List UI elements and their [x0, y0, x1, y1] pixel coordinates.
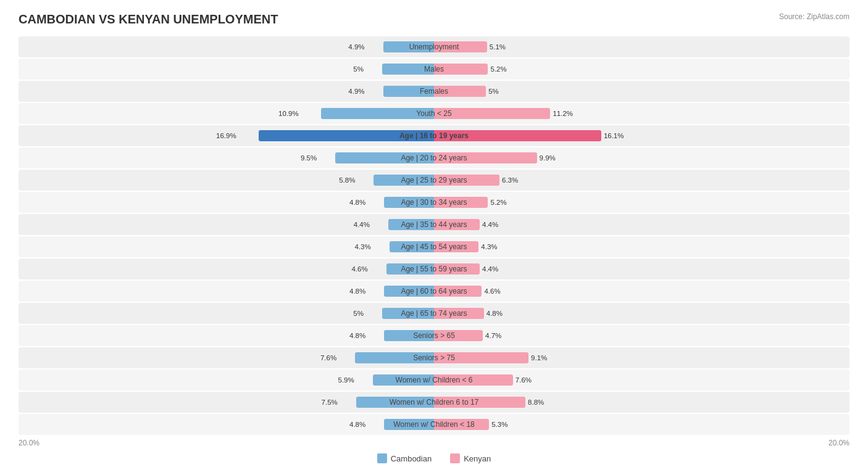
- legend-kenyan-label: Kenyan: [464, 454, 491, 463]
- legend-kenyan: Kenyan: [450, 453, 491, 463]
- cambodian-bar: [386, 263, 434, 275]
- row-inner: 5% Age | 65 to 74 years 4.8%: [19, 303, 849, 324]
- kenyan-bar: [434, 397, 525, 408]
- axis-max-label: 20.0%: [828, 439, 849, 447]
- row-inner: 4.9% Females 5%: [19, 81, 849, 102]
- row-inner: 4.8% Age | 30 to 34 years 5.2%: [19, 192, 849, 213]
- left-section: 4.9%: [19, 81, 434, 102]
- kenyan-value: 9.1%: [531, 354, 547, 362]
- cambodian-value: 4.9%: [348, 88, 364, 95]
- kenyan-bar: [434, 130, 601, 141]
- cambodian-value: 4.8%: [349, 421, 365, 428]
- chart-row: 5.9% Women w/ Children < 6 7.6%: [19, 370, 849, 391]
- left-section: 4.8%: [19, 192, 434, 213]
- cambodian-bar: [259, 130, 434, 141]
- cambodian-value: 4.6%: [351, 265, 367, 273]
- left-section: 4.8%: [19, 281, 434, 302]
- chart-row: 7.6% Seniors > 75 9.1%: [19, 347, 849, 368]
- kenyan-bar: [434, 374, 513, 386]
- cambodian-bar: [383, 86, 434, 97]
- kenyan-bar: [434, 86, 486, 97]
- cambodian-bar: [388, 219, 434, 230]
- row-inner: 7.6% Seniors > 75 9.1%: [19, 347, 849, 368]
- chart-row: 7.5% Women w/ Children 6 to 17 8.8%: [19, 392, 849, 413]
- cambodian-value: 4.8%: [349, 287, 365, 295]
- kenyan-value: 8.8%: [528, 399, 544, 406]
- chart-container: Cambodian vs Kenyan Unemployment Source:…: [19, 12, 849, 463]
- kenyan-value: 9.9%: [540, 154, 556, 162]
- left-section: 16.9%: [19, 125, 434, 146]
- right-section: 16.1%: [434, 125, 849, 146]
- row-inner: 4.4% Age | 35 to 44 years 4.4%: [19, 214, 849, 235]
- cambodian-value: 9.5%: [301, 154, 317, 162]
- right-section: 4.4%: [434, 214, 849, 235]
- kenyan-bar: [434, 241, 478, 252]
- kenyan-bar: [434, 41, 487, 52]
- left-section: 5%: [19, 59, 434, 80]
- kenyan-value: 4.4%: [482, 265, 498, 273]
- left-section: 5.8%: [19, 170, 434, 191]
- right-section: 4.6%: [434, 281, 849, 302]
- row-inner: 16.9% Age | 16 to 19 years 16.1%: [19, 125, 849, 146]
- cambodian-value: 5.9%: [338, 376, 354, 384]
- row-inner: 10.9% Youth < 25 11.2%: [19, 103, 849, 124]
- left-section: 7.5%: [19, 392, 434, 413]
- kenyan-value: 4.8%: [486, 310, 503, 317]
- chart-row: 4.8% Seniors > 65 4.7%: [19, 325, 849, 346]
- row-inner: 4.8% Age | 60 to 64 years 4.6%: [19, 281, 849, 302]
- kenyan-value: 5.2%: [490, 65, 506, 73]
- kenyan-bar: [434, 175, 499, 186]
- right-section: 5.1%: [434, 36, 849, 57]
- row-inner: 4.3% Age | 45 to 54 years 4.3%: [19, 236, 849, 257]
- kenyan-value: 4.3%: [481, 243, 497, 250]
- chart-row: 4.8% Women w/ Children < 18 5.3%: [19, 414, 849, 435]
- left-section: 5.9%: [19, 370, 434, 391]
- row-inner: 7.5% Women w/ Children 6 to 17 8.8%: [19, 392, 849, 413]
- axis-min-label: 20.0%: [19, 439, 40, 447]
- chart-row: 4.9% Females 5%: [19, 81, 849, 102]
- kenyan-bar: [434, 330, 483, 341]
- chart-row: 10.9% Youth < 25 11.2%: [19, 103, 849, 124]
- cambodian-bar: [321, 108, 434, 119]
- chart-row: 5% Age | 65 to 74 years 4.8%: [19, 303, 849, 324]
- right-section: 7.6%: [434, 370, 849, 391]
- left-section: 4.3%: [19, 236, 434, 257]
- row-inner: 4.6% Age | 55 to 59 years 4.4%: [19, 258, 849, 279]
- cambodian-bar: [382, 308, 434, 319]
- kenyan-value: 11.2%: [553, 110, 573, 117]
- right-section: 4.7%: [434, 325, 849, 346]
- chart-row: 4.3% Age | 45 to 54 years 4.3%: [19, 236, 849, 257]
- left-section: 4.4%: [19, 214, 434, 235]
- chart-header: Cambodian vs Kenyan Unemployment Source:…: [19, 12, 849, 27]
- row-inner: 4.8% Women w/ Children < 18 5.3%: [19, 414, 849, 435]
- kenyan-bar: [434, 352, 528, 363]
- cambodian-bar: [390, 241, 434, 252]
- right-section: 5.2%: [434, 59, 849, 80]
- kenyan-bar: [434, 108, 550, 119]
- kenyan-value: 5%: [488, 88, 499, 95]
- row-inner: 5.9% Women w/ Children < 6 7.6%: [19, 370, 849, 391]
- chart-row: 4.8% Age | 60 to 64 years 4.6%: [19, 281, 849, 302]
- chart-row: 9.5% Age | 20 to 24 years 9.9%: [19, 147, 849, 168]
- kenyan-bar: [434, 64, 488, 75]
- left-section: 4.8%: [19, 414, 434, 435]
- right-section: 5%: [434, 81, 849, 102]
- left-section: 9.5%: [19, 147, 434, 168]
- chart-area: 4.9% Unemployment 5.1%: [19, 36, 849, 435]
- cambodian-bar: [383, 41, 434, 52]
- kenyan-value: 4.7%: [485, 332, 501, 339]
- cambodian-value: 4.8%: [349, 332, 365, 339]
- left-section: 10.9%: [19, 103, 434, 124]
- row-inner: 4.9% Unemployment 5.1%: [19, 36, 849, 57]
- chart-row: 4.4% Age | 35 to 44 years 4.4%: [19, 214, 849, 235]
- right-section: 9.1%: [434, 347, 849, 368]
- cambodian-value: 4.3%: [354, 243, 370, 250]
- row-inner: 9.5% Age | 20 to 24 years 9.9%: [19, 147, 849, 168]
- chart-source: Source: ZipAtlas.com: [779, 12, 849, 21]
- axis-labels: 20.0% 20.0%: [19, 439, 849, 447]
- right-section: 9.9%: [434, 147, 849, 168]
- kenyan-value: 6.3%: [502, 176, 518, 184]
- cambodian-value: 7.5%: [322, 399, 338, 406]
- kenyan-value: 5.3%: [491, 421, 507, 428]
- right-section: 8.8%: [434, 392, 849, 413]
